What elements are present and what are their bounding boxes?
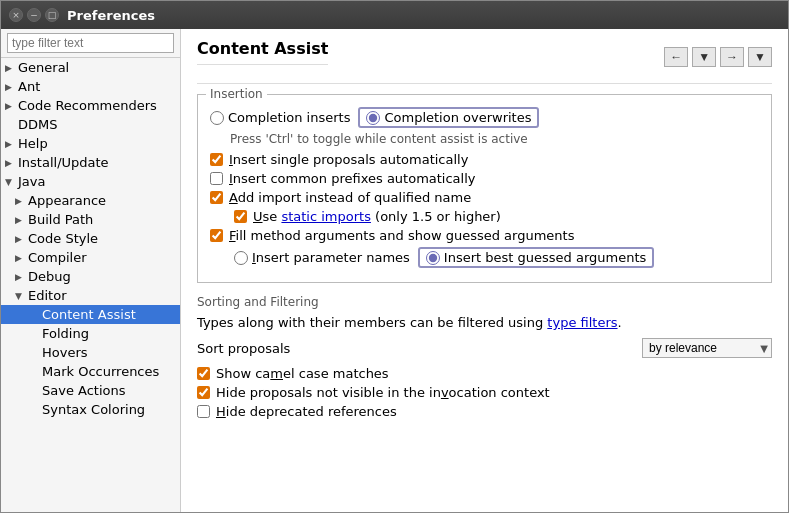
arrow-icon: ▶ — [5, 158, 15, 168]
arrow-icon: ▶ — [5, 63, 15, 73]
sidebar-item-editor[interactable]: ▼ Editor — [1, 286, 180, 305]
radio-param[interactable] — [234, 251, 248, 265]
sidebar-item-compiler[interactable]: ▶ Compiler — [1, 248, 180, 267]
tree: ▶ General ▶ Ant ▶ Code Recommenders ▶ DD… — [1, 58, 180, 512]
insertion-content: Completion inserts Completion overwrites… — [210, 107, 759, 268]
checkbox-camel-case: Show camel case matches — [197, 366, 772, 381]
sidebar-item-save-actions[interactable]: ▶ Save Actions — [1, 381, 180, 400]
arrow-icon: ▶ — [15, 215, 25, 225]
static-imports-link[interactable]: static imports — [281, 209, 371, 224]
cb-common-prefixes-label: Insert common prefixes automatically — [229, 171, 476, 186]
sidebar-item-label: Code Style — [28, 231, 98, 246]
sidebar-item-label: Appearance — [28, 193, 106, 208]
fwd-dropdown-button[interactable]: ▼ — [748, 47, 772, 67]
sidebar-item-hovers[interactable]: ▶ Hovers — [1, 343, 180, 362]
sidebar-item-syntax-coloring[interactable]: ▶ Syntax Coloring — [1, 400, 180, 419]
arrow-icon: ▶ — [15, 234, 25, 244]
fwd-button[interactable]: → — [720, 47, 744, 67]
sidebar-item-code-style[interactable]: ▶ Code Style — [1, 229, 180, 248]
arrow-icon: ▶ — [15, 196, 25, 206]
radio-inserts[interactable] — [210, 111, 224, 125]
cb-common-prefixes[interactable] — [210, 172, 223, 185]
cb-camel-case[interactable] — [197, 367, 210, 380]
cb-static-imports[interactable] — [234, 210, 247, 223]
preferences-window: × − □ Preferences ▶ General ▶ Ant ▶ — [0, 0, 789, 513]
cb-fill-method-label: Fill method arguments and show guessed a… — [229, 228, 574, 243]
content-area: Content Assist ← ▼ → ▼ Insertion Comple — [181, 29, 788, 512]
radio-guessed-label: Insert best guessed arguments — [444, 250, 646, 265]
arrow-icon: ▶ — [15, 272, 25, 282]
sidebar-item-java[interactable]: ▼ Java — [1, 172, 180, 191]
cb-hide-deprecated[interactable] — [197, 405, 210, 418]
sidebar-item-ddms[interactable]: ▶ DDMS — [1, 115, 180, 134]
arrow-icon: ▶ — [5, 101, 15, 111]
sidebar-item-folding[interactable]: ▶ Folding — [1, 324, 180, 343]
sort-row: Sort proposals by relevance alphabetical… — [197, 338, 772, 358]
page-title: Content Assist — [197, 39, 328, 65]
sort-select[interactable]: by relevance alphabetically — [642, 338, 772, 358]
sorting-section-label: Sorting and Filtering — [197, 295, 772, 309]
sidebar: ▶ General ▶ Ant ▶ Code Recommenders ▶ DD… — [1, 29, 181, 512]
sidebar-item-install-update[interactable]: ▶ Install/Update — [1, 153, 180, 172]
cb-single-proposals[interactable] — [210, 153, 223, 166]
sidebar-item-label: Help — [18, 136, 48, 151]
back-button[interactable]: ← — [664, 47, 688, 67]
sorting-section: Sorting and Filtering Types along with t… — [197, 295, 772, 419]
cb-fill-method[interactable] — [210, 229, 223, 242]
sidebar-item-label: Debug — [28, 269, 71, 284]
window-title: Preferences — [67, 8, 155, 23]
radio-guessed[interactable] — [426, 251, 440, 265]
sidebar-item-label: Ant — [18, 79, 40, 94]
sidebar-item-general[interactable]: ▶ General — [1, 58, 180, 77]
window-controls: × − □ — [9, 8, 59, 22]
filter-input[interactable] — [7, 33, 174, 53]
completion-radio-group: Completion inserts Completion overwrites — [210, 107, 759, 128]
parameter-radio-group: Insert parameter names Insert best guess… — [234, 247, 759, 268]
sidebar-item-label: Build Path — [28, 212, 93, 227]
back-dropdown-button[interactable]: ▼ — [692, 47, 716, 67]
sidebar-item-code-recommenders[interactable]: ▶ Code Recommenders — [1, 96, 180, 115]
radio-inserts-option[interactable]: Completion inserts — [210, 110, 350, 125]
cb-add-import-label: Add import instead of qualified name — [229, 190, 471, 205]
sidebar-item-label: Java — [18, 174, 45, 189]
checkbox-single-proposals: Insert single proposals automatically — [210, 152, 759, 167]
checkbox-hide-deprecated: Hide deprecated references — [197, 404, 772, 419]
sidebar-item-build-path[interactable]: ▶ Build Path — [1, 210, 180, 229]
sidebar-item-ant[interactable]: ▶ Ant — [1, 77, 180, 96]
cb-camel-case-label: Show camel case matches — [216, 366, 389, 381]
sort-select-wrapper: by relevance alphabetically ▼ — [642, 338, 772, 358]
sidebar-item-label: DDMS — [18, 117, 58, 132]
hint-text: Press 'Ctrl' to toggle while content ass… — [230, 132, 759, 146]
radio-guessed-option[interactable]: Insert best guessed arguments — [418, 247, 654, 268]
cb-add-import[interactable] — [210, 191, 223, 204]
sorting-description: Types along with their members can be fi… — [197, 315, 772, 330]
cb-single-proposals-label: Insert single proposals automatically — [229, 152, 468, 167]
checkbox-hide-invocation: Hide proposals not visible in the invoca… — [197, 385, 772, 400]
radio-overwrites-option[interactable]: Completion overwrites — [358, 107, 539, 128]
sidebar-item-label: Code Recommenders — [18, 98, 157, 113]
main-area: ▶ General ▶ Ant ▶ Code Recommenders ▶ DD… — [1, 29, 788, 512]
checkbox-fill-method: Fill method arguments and show guessed a… — [210, 228, 759, 243]
cb-hide-invocation[interactable] — [197, 386, 210, 399]
checkbox-add-import: Add import instead of qualified name — [210, 190, 759, 205]
sidebar-item-label: Hovers — [42, 345, 88, 360]
sidebar-item-content-assist[interactable]: ▶ Content Assist — [1, 305, 180, 324]
sidebar-item-label: Syntax Coloring — [42, 402, 145, 417]
sidebar-item-label: Mark Occurrences — [42, 364, 159, 379]
checkbox-common-prefixes: Insert common prefixes automatically — [210, 171, 759, 186]
sidebar-item-label: General — [18, 60, 69, 75]
type-filters-link[interactable]: type filters — [547, 315, 617, 330]
sidebar-item-appearance[interactable]: ▶ Appearance — [1, 191, 180, 210]
radio-overwrites[interactable] — [366, 111, 380, 125]
close-button[interactable]: × — [9, 8, 23, 22]
radio-param-option[interactable]: Insert parameter names — [234, 250, 410, 265]
radio-inserts-label: Completion inserts — [228, 110, 350, 125]
sidebar-item-debug[interactable]: ▶ Debug — [1, 267, 180, 286]
sidebar-item-help[interactable]: ▶ Help — [1, 134, 180, 153]
sidebar-item-mark-occurrences[interactable]: ▶ Mark Occurrences — [1, 362, 180, 381]
minimize-button[interactable]: − — [27, 8, 41, 22]
maximize-button[interactable]: □ — [45, 8, 59, 22]
cb-hide-invocation-label: Hide proposals not visible in the invoca… — [216, 385, 550, 400]
toolbar-right: ← ▼ → ▼ — [664, 47, 772, 67]
radio-overwrites-label: Completion overwrites — [384, 110, 531, 125]
